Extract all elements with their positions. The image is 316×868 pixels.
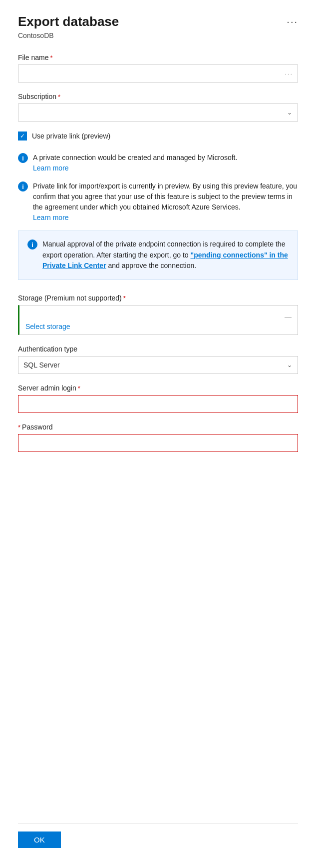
password-label: * Password [18,423,298,431]
info-text-1: A private connection would be created an… [33,152,237,172]
file-name-group: File name * ··· [18,54,298,82]
server-admin-login-label: Server admin login * [18,384,298,392]
storage-required: * [123,294,126,302]
private-link-row[interactable]: ✓ Use private link (preview) [18,132,298,140]
server-admin-login-input[interactable] [18,395,298,413]
server-admin-login-required: * [78,384,80,392]
select-storage-link[interactable]: Select storage [25,322,292,330]
subscription-required: * [58,93,60,100]
storage-dash: — [25,312,292,320]
auth-type-select[interactable]: SQL Server Azure Active Directory [18,356,298,374]
header-row: Export database ··· [18,14,298,30]
info-text-2: Private link for import/export is curren… [33,181,298,222]
private-link-checkbox[interactable]: ✓ [18,132,27,140]
storage-group: Storage (Premium not supported) * — Sele… [18,294,298,335]
subscription-label: Subscription * [18,92,298,100]
auth-type-label: Authentication type [18,345,298,353]
subtitle: ContosoDB [18,32,298,40]
info-icon-2: i [18,182,28,192]
export-database-panel: Export database ··· ContosoDB File name … [0,0,316,868]
notice-icon: i [27,240,37,250]
notice-text-block: Manual approval of the private endpoint … [42,239,289,272]
svg-text:i: i [31,241,33,248]
auth-type-group: Authentication type SQL Server Azure Act… [18,345,298,374]
file-name-input[interactable] [18,64,298,82]
subscription-group: Subscription * ⌄ [18,92,298,122]
notice-text-after: and approve the connection. [106,262,197,270]
svg-text:i: i [22,154,24,162]
more-options-icon[interactable]: ··· [287,14,298,28]
learn-more-link-2[interactable]: Learn more [33,214,298,222]
footer-bar: OK [18,823,298,848]
password-required: * [18,424,20,431]
learn-more-link-1[interactable]: Learn more [33,164,237,172]
svg-text:i: i [22,183,24,190]
notice-box: i Manual approval of the private endpoin… [18,230,298,280]
file-name-label: File name * [18,54,298,62]
checkbox-check-icon: ✓ [20,133,25,139]
file-name-dots: ··· [285,70,293,78]
auth-type-select-wrapper: SQL Server Azure Active Directory ⌄ [18,356,298,374]
file-name-required: * [50,54,52,62]
private-link-label: Use private link (preview) [32,132,110,140]
file-name-input-wrapper: ··· [18,64,298,82]
server-admin-login-group: Server admin login * [18,384,298,413]
info-block-1: i A private connection would be created … [18,152,298,172]
ok-button[interactable]: OK [18,832,61,848]
storage-input-area[interactable]: — Select storage [18,305,298,335]
subscription-select[interactable] [18,104,298,122]
password-input[interactable] [18,434,298,452]
password-group: * Password [18,423,298,452]
info-block-2: i Private link for import/export is curr… [18,181,298,222]
info-icon-1: i [18,153,28,163]
page-title: Export database [18,14,119,30]
subscription-select-wrapper: ⌄ [18,104,298,122]
storage-label: Storage (Premium not supported) * [18,294,298,302]
